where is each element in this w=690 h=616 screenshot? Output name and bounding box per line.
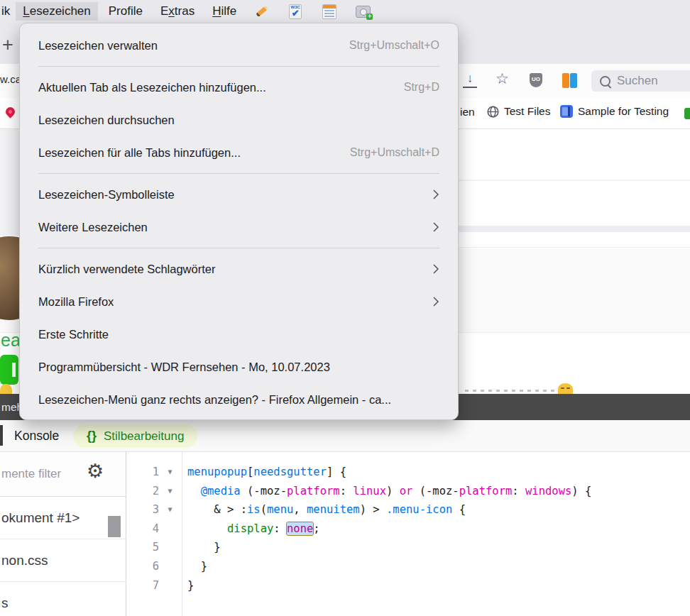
pencil-icon[interactable] [256,4,270,18]
code-token: none [287,522,313,535]
code-line[interactable]: 3▼ & > :is(menu, menuitem) > .menu-icon … [126,500,690,519]
code-token: menu [267,503,293,516]
menubar-item-label-part: tras [175,4,195,18]
tab-label: Stilbearbeitung [104,429,184,444]
tab-stilbearbeitung[interactable]: {} Stilbearbeitung [73,424,197,448]
menu-item[interactable]: Mozilla Firefox [20,285,458,318]
stylesheet-list-item[interactable]: non.css [0,539,126,582]
tab-edge-partial[interactable] [0,425,3,446]
flame-favicon[interactable] [4,105,16,118]
code-text: & > :is(menu, menuitem) > .menu-icon { [181,500,466,519]
search-placeholder: Suchen [617,74,658,88]
fold-spacer [159,557,181,576]
menubar-items: LesezeichenProfileExtrasHilfe [16,2,247,21]
menu-item[interactable]: Lesezeichen durchsuchen [20,104,458,136]
code-token [187,522,227,535]
menubar-item-label-part: L [23,4,29,18]
menubar-item-label-part: E [160,4,168,18]
favicon-partial[interactable] [684,108,690,119]
bookmark-item-test-files[interactable]: Test Files [487,105,550,118]
code-line[interactable]: 7} [126,576,690,595]
stylesheet-list-item[interactable]: okument #1> [0,497,126,539]
code-token [187,485,201,497]
code-line[interactable]: 2▼ @media (-moz-platform: linux) or (-mo… [126,482,690,501]
screenshot-camera-icon[interactable]: + [356,4,370,18]
new-tab-button[interactable]: + [2,34,13,56]
line-number: 2 [126,482,159,501]
menu-item[interactable]: Lesezeichen verwaltenStrg+Umschalt+O [20,29,458,62]
menubar-item[interactable]: Profile [102,2,150,21]
line-number: 4 [126,519,159,539]
line-number: 5 [126,538,159,557]
code-token: or [400,485,413,497]
ublock-shield-icon[interactable]: UO [530,73,542,87]
fold-arrow-icon[interactable]: ▼ [159,500,181,519]
code-line[interactable]: 1▼menupopup[needsgutter] { [126,463,690,482]
menu-item-label: Erste Schritte [38,328,439,341]
code-line[interactable]: 5 } [126,538,690,557]
blue-book-icon [560,105,573,118]
stylesheet-list-item[interactable]: s [0,582,126,616]
bookmark-item-sample-for-testing[interactable]: Sample for Testing [560,105,669,118]
devtools-panel: Konsole {} Stilbearbeitung mente filter … [0,420,690,616]
code-token: (-moz- [412,485,459,497]
bookmark-star-icon[interactable]: ☆ [495,70,509,87]
menubar-item-label-part: x [168,4,175,18]
menu-item-label: Aktuellen Tab als Lesezeichen hinzufügen… [38,81,395,94]
downloads-icon[interactable]: ↓ [463,72,477,88]
code-token: is [247,503,261,516]
fold-arrow-icon[interactable]: ▼ [159,463,181,482]
bookmark-item-partial[interactable]: ien [460,106,475,119]
code-line[interactable]: 4 display: none; [126,519,690,539]
menu-item-shortcut: Strg+Umschalt+O [349,39,439,52]
w3c-validator-icon[interactable]: W3C✔ [289,4,303,18]
menubar-item[interactable]: Extras [153,2,202,21]
code-token: ) > [360,503,386,516]
menu-item[interactable]: Weitere Lesezeichen [20,211,458,243]
code-line[interactable]: 6 } [126,557,690,576]
css-code-editor[interactable]: 1▼menupopup[needsgutter] {2▼ @media (-mo… [126,452,690,616]
sidebar-scrollbar[interactable] [108,516,121,537]
fold-arrow-icon[interactable]: ▼ [159,482,181,501]
menu-item-label: Lesezeichen-Symbolleiste [38,188,424,202]
menubar-item[interactable]: Hilfe [205,2,243,21]
menubar-item-chronik-partial[interactable]: ik [0,2,16,21]
tab-konsole[interactable]: Konsole [14,420,59,451]
chevron-right-icon [432,263,439,275]
code-token: platform [459,485,513,497]
filter-input[interactable]: mente filter [1,452,84,495]
code-token: linux [353,485,386,497]
extension-icon[interactable] [562,73,578,88]
devtools-tab-bar: Konsole {} Stilbearbeitung [0,420,690,452]
gear-icon[interactable]: ⚙ [87,462,104,481]
menubar-item[interactable]: Lesezeichen [16,2,97,21]
green-button-partial[interactable] [0,355,18,385]
menu-item[interactable]: Programmübersicht - WDR Fernsehen - Mo, … [20,351,458,383]
code-token: .menu-icon [386,503,452,516]
menu-item[interactable]: Lesezeichen-Menü ganz rechts anzeigen? -… [20,383,458,416]
code-token: : [512,485,525,497]
menu-item[interactable]: Lesezeichen für alle Tabs hinzufügen...S… [20,136,458,169]
line-number: 7 [126,576,159,595]
menubar-extension-icons: W3C✔ + [256,4,370,18]
code-token: menuitem [307,503,360,516]
globe-icon [487,106,499,118]
stylesheet-name: s [1,595,9,611]
code-token: @media [201,485,241,497]
menu-item[interactable]: Aktuellen Tab als Lesezeichen hinzufügen… [20,71,458,104]
stylesheet-list: okument #1>non.csss [0,497,126,616]
menu-item[interactable]: Kürzlich verwendete Schlagwörter [20,253,458,285]
menu-item-label: Lesezeichen durchsuchen [38,114,439,127]
menu-item-label: Lesezeichen-Menü ganz rechts anzeigen? -… [38,393,439,407]
style-editor-sidebar: mente filter ⚙ okument #1>non.csss [0,452,126,616]
code-token: [ [247,466,253,478]
menu-item[interactable]: Erste Schritte [20,318,458,351]
code-text: menupopup[needsgutter] { [181,463,346,482]
menubar-item-label-part: Profile [109,4,143,18]
code-text: display: none; [181,519,320,539]
menu-item[interactable]: Lesezeichen-Symbolleiste [20,178,458,211]
braces-icon: {} [87,429,97,444]
search-input[interactable]: Suchen [591,70,690,92]
menu-item-label: Lesezeichen verwalten [38,39,341,53]
calendar-icon[interactable] [322,4,336,18]
